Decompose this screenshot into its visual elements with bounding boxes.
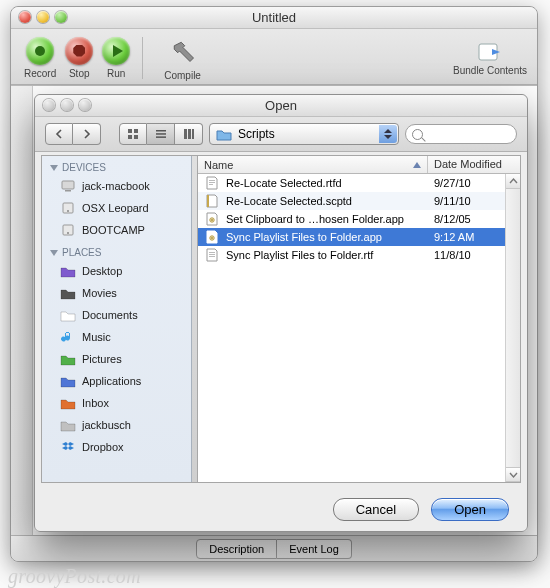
record-icon (26, 37, 54, 65)
svg-rect-6 (156, 133, 166, 135)
stop-button[interactable]: Stop (62, 33, 96, 83)
search-icon (412, 129, 423, 140)
compile-button[interactable]: Compile (161, 31, 204, 85)
sidebar-item-icon (60, 329, 76, 345)
svg-rect-1 (128, 129, 132, 133)
file-row[interactable]: Re-Locate Selected.rtfd9/27/10 (198, 174, 520, 192)
icon-view-button[interactable] (119, 123, 147, 145)
svg-rect-17 (209, 180, 215, 181)
sidebar-item-label: Desktop (82, 265, 122, 277)
folder-icon (216, 126, 232, 142)
sidebar-item[interactable]: BOOTCAMP (42, 219, 191, 241)
hammer-icon (167, 35, 199, 67)
sort-ascending-icon (413, 162, 421, 168)
sidebar-item[interactable]: Movies (42, 282, 191, 304)
sidebar-item-icon (60, 285, 76, 301)
sidebar-item-icon (60, 222, 76, 238)
search-field[interactable] (405, 124, 517, 144)
sidebar-item[interactable]: jack-macbook (42, 175, 191, 197)
sidebar-item[interactable]: Documents (42, 304, 191, 326)
column-header-date[interactable]: Date Modified (428, 156, 520, 173)
disclosure-triangle-icon (50, 165, 58, 171)
folder-popup-label: Scripts (238, 127, 275, 141)
open-button[interactable]: Open (431, 498, 509, 521)
file-list-scrollbar[interactable] (505, 174, 520, 482)
sidebar-item-icon (60, 200, 76, 216)
record-button[interactable]: Record (21, 33, 59, 83)
tab-description[interactable]: Description (196, 539, 277, 559)
file-row[interactable]: Set Clipboard to …hosen Folder.app8/12/0… (198, 210, 520, 228)
sidebar-item-label: OSX Leopard (82, 202, 149, 214)
file-date: 9:12 AM (434, 231, 474, 243)
open-dialog-body: DEVICESjack-macbookOSX LeopardBOOTCAMPPL… (41, 155, 521, 483)
sidebar-item-icon (60, 263, 76, 279)
svg-rect-10 (192, 129, 194, 139)
popup-stepper-icon (379, 125, 397, 143)
file-icon (204, 229, 220, 245)
scroll-down-button[interactable] (506, 467, 520, 482)
sidebar-item[interactable]: Desktop (42, 260, 191, 282)
file-date: 8/12/05 (434, 213, 471, 225)
sidebar: DEVICESjack-macbookOSX LeopardBOOTCAMPPL… (42, 156, 192, 482)
bundle-label: Bundle Contents (453, 65, 527, 76)
sidebar-item-icon (60, 439, 76, 455)
sidebar-item[interactable]: OSX Leopard (42, 197, 191, 219)
sidebar-item[interactable]: Inbox (42, 392, 191, 414)
file-row[interactable]: Re-Locate Selected.scptd9/11/10 (198, 192, 520, 210)
sidebar-item-label: jack-macbook (82, 180, 150, 192)
forward-button[interactable] (73, 123, 101, 145)
sidebar-item[interactable]: Music (42, 326, 191, 348)
bundle-contents-button[interactable]: Bundle Contents (453, 39, 527, 76)
sidebar-item-label: Dropbox (82, 441, 124, 453)
zoom-window-button[interactable] (55, 11, 67, 23)
sidebar-item-icon (60, 395, 76, 411)
file-icon (204, 175, 220, 191)
file-icon (204, 247, 220, 263)
sidebar-item[interactable]: jackbusch (42, 414, 191, 436)
list-view-button[interactable] (147, 123, 175, 145)
minimize-window-button[interactable] (37, 11, 49, 23)
file-row[interactable]: Sync Playlist Files to Folder.app9:12 AM (198, 228, 520, 246)
file-row[interactable]: Sync Playlist Files to Folder.rtf11/8/10 (198, 246, 520, 264)
editor-window-title: Untitled (252, 10, 296, 25)
file-list-rows: Re-Locate Selected.rtfd9/27/10Re-Locate … (198, 174, 520, 482)
minimize-dialog-button (61, 99, 73, 111)
open-dialog-toolbar: Scripts (35, 117, 527, 152)
column-view-icon (183, 128, 195, 140)
sidebar-item[interactable]: Applications (42, 370, 191, 392)
sidebar-item-label: BOOTCAMP (82, 224, 145, 236)
sidebar-group-header[interactable]: PLACES (42, 241, 191, 260)
svg-rect-12 (65, 190, 71, 192)
tab-event-log[interactable]: Event Log (277, 539, 352, 559)
editor-bottom-bar: Description Event Log (11, 535, 537, 561)
svg-rect-11 (62, 181, 74, 189)
play-icon (102, 37, 130, 65)
column-view-button[interactable] (175, 123, 203, 145)
scroll-up-button[interactable] (506, 174, 520, 189)
chevron-down-icon (509, 470, 518, 479)
sidebar-item[interactable]: Dropbox (42, 436, 191, 458)
file-name: Sync Playlist Files to Folder.app (226, 231, 382, 243)
sidebar-item-label: Documents (82, 309, 138, 321)
svg-rect-8 (184, 129, 187, 139)
svg-rect-18 (209, 182, 215, 183)
sidebar-item[interactable]: Pictures (42, 348, 191, 370)
stop-icon (65, 37, 93, 65)
file-name: Set Clipboard to …hosen Folder.app (226, 213, 404, 225)
file-name: Re-Locate Selected.rtfd (226, 177, 342, 189)
sidebar-item-label: Applications (82, 375, 141, 387)
column-header-name[interactable]: Name (198, 156, 428, 173)
sidebar-group-header[interactable]: DEVICES (42, 156, 191, 175)
back-button[interactable] (45, 123, 73, 145)
run-button[interactable]: Run (99, 33, 133, 83)
folder-popup[interactable]: Scripts (209, 123, 399, 145)
file-date: 9/11/10 (434, 195, 471, 207)
close-window-button[interactable] (19, 11, 31, 23)
chevron-right-icon (82, 129, 92, 139)
cancel-button[interactable]: Cancel (333, 498, 419, 521)
close-dialog-button[interactable] (43, 99, 55, 111)
disclosure-triangle-icon (50, 250, 58, 256)
sidebar-item-label: Inbox (82, 397, 109, 409)
svg-rect-3 (128, 135, 132, 139)
open-dialog: Open Scripts (34, 94, 528, 532)
